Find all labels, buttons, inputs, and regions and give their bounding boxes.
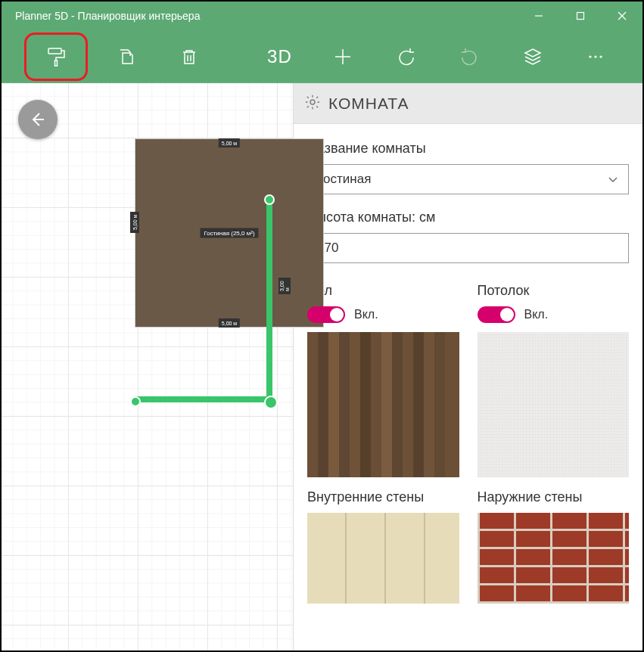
svg-rect-4 bbox=[48, 48, 61, 54]
svg-point-8 bbox=[590, 55, 592, 57]
svg-rect-1 bbox=[577, 13, 583, 20]
ceiling-texture-swatch[interactable] bbox=[478, 332, 630, 477]
close-button[interactable] bbox=[601, 2, 642, 30]
room-height-input[interactable]: 270 bbox=[307, 233, 629, 263]
layers-button[interactable] bbox=[509, 38, 557, 76]
minimize-button[interactable] bbox=[518, 2, 559, 30]
back-button[interactable] bbox=[18, 100, 58, 139]
dimension-left: 5,00 м bbox=[130, 212, 139, 233]
room-shape[interactable]: 5,00 м 5,00 м 5,00 м Гостиная (25,0 м²) bbox=[135, 138, 324, 328]
redo-button[interactable] bbox=[445, 38, 493, 76]
3d-toggle-button[interactable]: 3D bbox=[256, 38, 304, 76]
ceiling-toggle[interactable] bbox=[478, 306, 515, 323]
gear-icon bbox=[304, 94, 321, 113]
panel-title: КОМНАТА bbox=[328, 95, 409, 113]
floor-label: Пол bbox=[307, 283, 459, 299]
properties-panel: КОМНАТА Название комнаты Гостиная Высота… bbox=[293, 83, 642, 650]
panel-header: КОМНАТА bbox=[294, 83, 642, 124]
floor-toggle[interactable] bbox=[307, 306, 345, 323]
canvas-2d[interactable]: 5,00 м 5,00 м 5,00 м Гостиная (25,0 м²) … bbox=[2, 83, 293, 650]
undo-button[interactable] bbox=[382, 38, 431, 76]
room-name-label: Название комнаты bbox=[307, 141, 629, 157]
floor-texture-swatch[interactable] bbox=[307, 332, 459, 477]
add-button[interactable] bbox=[319, 38, 367, 76]
wall-handle[interactable] bbox=[264, 194, 275, 205]
room-label: Гостиная (25,0 м²) bbox=[200, 228, 258, 238]
dimension-bottom: 5,00 м bbox=[219, 318, 240, 328]
ceiling-label: Потолок bbox=[478, 283, 630, 299]
room-height-label: Высота комнаты: см bbox=[307, 210, 629, 225]
title-bar: Planner 5D - Планировщик интерьера bbox=[2, 2, 642, 30]
window-title: Planner 5D - Планировщик интерьера bbox=[15, 10, 200, 22]
toolbar: 3D bbox=[2, 30, 642, 83]
delete-button[interactable] bbox=[165, 38, 213, 76]
highlight-box bbox=[24, 33, 88, 81]
ceiling-toggle-state: Вкл. bbox=[524, 308, 549, 321]
svg-point-11 bbox=[310, 100, 315, 104]
maximize-button[interactable] bbox=[559, 2, 601, 30]
wall-handle[interactable] bbox=[264, 396, 278, 409]
main-area: 5,00 м 5,00 м 5,00 м Гостиная (25,0 м²) … bbox=[2, 83, 642, 650]
selected-wall-vertical[interactable] bbox=[266, 197, 272, 401]
svg-point-10 bbox=[600, 55, 602, 57]
outer-walls-swatch[interactable] bbox=[478, 513, 630, 604]
wall-handle[interactable] bbox=[130, 396, 141, 407]
outer-walls-label: Наружние стены bbox=[478, 489, 630, 505]
dimension-selection: 3,00 м bbox=[278, 278, 291, 294]
selected-wall-horizontal[interactable] bbox=[135, 396, 272, 402]
inner-walls-swatch[interactable] bbox=[307, 513, 459, 604]
svg-point-9 bbox=[595, 55, 597, 57]
dimension-top: 5,00 м bbox=[219, 138, 240, 147]
svg-rect-5 bbox=[55, 61, 58, 66]
floor-toggle-state: Вкл. bbox=[354, 308, 378, 321]
inner-walls-label: Внутренние стены bbox=[307, 489, 459, 505]
more-button[interactable] bbox=[571, 38, 620, 76]
paint-roller-button[interactable] bbox=[30, 38, 82, 76]
room-name-value: Гостиная bbox=[317, 172, 371, 187]
copy-button[interactable] bbox=[101, 38, 150, 76]
room-name-select[interactable]: Гостиная bbox=[307, 164, 629, 194]
